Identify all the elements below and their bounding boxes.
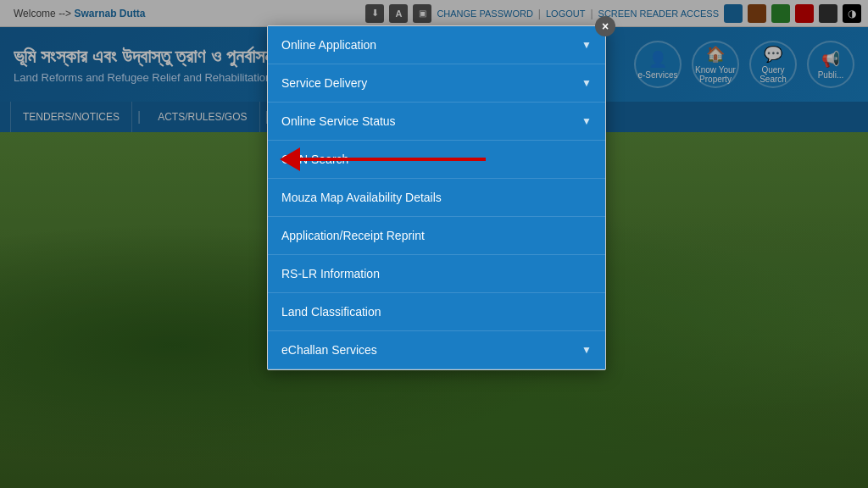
- chevron-down-icon: ▼: [581, 115, 592, 127]
- modal-close-button[interactable]: ×: [595, 16, 615, 36]
- dropdown-modal: × Online Application ▼ Service Delivery …: [267, 25, 606, 370]
- menu-item-land-classification[interactable]: Land Classification: [268, 293, 605, 331]
- menu-item-online-application[interactable]: Online Application ▼: [268, 26, 605, 64]
- arrow-line: [299, 158, 486, 161]
- arrow-head: [280, 147, 300, 171]
- menu-item-app-receipt-reprint[interactable]: Application/Receipt Reprint: [268, 217, 605, 255]
- red-arrow: [280, 147, 486, 171]
- menu-item-echallan-services[interactable]: eChallan Services ▼: [268, 331, 605, 369]
- chevron-down-icon: ▼: [581, 39, 592, 51]
- arrow-indicator: [280, 147, 486, 171]
- menu-item-online-service-status[interactable]: Online Service Status ▼: [268, 103, 605, 141]
- menu-item-rs-lr-info[interactable]: RS-LR Information: [268, 255, 605, 293]
- menu-item-mouza-map[interactable]: Mouza Map Availability Details: [268, 179, 605, 217]
- chevron-down-icon: ▼: [581, 344, 592, 356]
- menu-item-service-delivery[interactable]: Service Delivery ▼: [268, 64, 605, 103]
- chevron-down-icon: ▼: [581, 77, 592, 89]
